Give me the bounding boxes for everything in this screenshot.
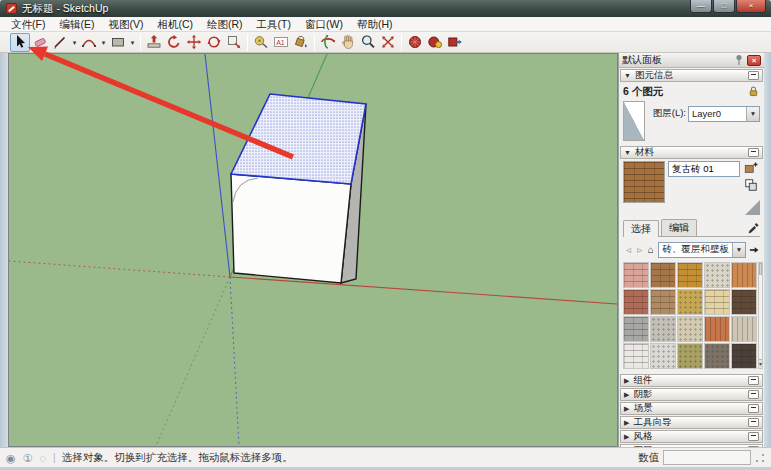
maximize-button[interactable]: □: [713, 0, 735, 13]
material-swatch[interactable]: [677, 316, 703, 342]
material-swatch[interactable]: [731, 289, 757, 315]
material-swatch[interactable]: [650, 289, 676, 315]
material-preview[interactable]: [623, 161, 665, 203]
material-swatch[interactable]: [704, 316, 730, 342]
arc-tool-dropdown[interactable]: ▾: [99, 33, 108, 52]
tab-edit[interactable]: 编辑: [661, 219, 697, 236]
eraser-tool-button[interactable]: [30, 33, 50, 52]
rectangle-tool-dropdown[interactable]: ▾: [128, 33, 137, 52]
menu-item[interactable]: 绘图(R): [200, 17, 250, 32]
rollup-section-button[interactable]: [748, 432, 759, 441]
panel-section-header[interactable]: ▶ 场景: [620, 402, 763, 415]
minimize-button[interactable]: —: [690, 0, 712, 13]
paint-bucket-tool-button[interactable]: [291, 33, 311, 52]
signin-icon[interactable]: ◌: [39, 449, 46, 467]
details-arrow-icon[interactable]: [748, 243, 760, 257]
model-viewport[interactable]: [8, 53, 618, 447]
menu-item[interactable]: 帮助(H): [350, 17, 400, 32]
scroll-down-icon[interactable]: ▾: [759, 359, 762, 368]
share-component-button[interactable]: [445, 33, 465, 52]
arc-tool-button[interactable]: [79, 33, 99, 52]
zoom-extents-icon: [380, 34, 396, 50]
offset-tool-button[interactable]: [224, 33, 244, 52]
material-swatch[interactable]: [677, 289, 703, 315]
material-swatch[interactable]: [623, 316, 649, 342]
dropdown-arrow-icon: ▼: [746, 107, 759, 121]
back-icon[interactable]: ◃: [623, 244, 634, 255]
material-name-input[interactable]: [668, 161, 740, 177]
orbit-tool-button[interactable]: [318, 33, 338, 52]
scrollbar-thumb[interactable]: [759, 263, 762, 275]
material-swatch[interactable]: [677, 262, 703, 288]
offset-icon: [226, 34, 242, 50]
share-model-button[interactable]: [425, 33, 445, 52]
entity-info-title: 图元信息: [635, 69, 748, 82]
zoom-extents-tool-button[interactable]: [378, 33, 398, 52]
rotate-tool-button[interactable]: [204, 33, 224, 52]
rollup-section-button[interactable]: [748, 71, 759, 80]
menu-item[interactable]: 工具(T): [250, 17, 298, 32]
section-title: 组件: [633, 374, 748, 387]
panel-section-header[interactable]: ▶ 风格: [620, 430, 763, 443]
resize-grip[interactable]: [755, 453, 765, 463]
rollup-section-button[interactable]: [748, 404, 759, 413]
sample-paint-handle[interactable]: [745, 200, 760, 215]
material-swatch[interactable]: [623, 262, 649, 288]
tray-close-icon[interactable]: ×: [747, 55, 761, 66]
panel-section-header[interactable]: ▶ 阴影: [620, 388, 763, 401]
collection-dropdown[interactable]: 砖、覆层和壁板 ▼: [658, 242, 746, 258]
create-material-icon[interactable]: [744, 161, 758, 175]
material-swatch[interactable]: [731, 343, 757, 369]
material-swatch[interactable]: [650, 343, 676, 369]
material-swatch[interactable]: [731, 316, 757, 342]
close-button[interactable]: ×: [736, 0, 766, 13]
menu-item[interactable]: 编辑(E): [52, 17, 101, 32]
pan-tool-button[interactable]: [338, 33, 358, 52]
layer-dropdown[interactable]: Layer0 ▼: [688, 106, 760, 122]
pin-icon[interactable]: [734, 54, 744, 66]
menu-item[interactable]: 视图(V): [101, 17, 150, 32]
eyedropper-icon[interactable]: [747, 222, 760, 235]
secondary-pane-icon[interactable]: [744, 178, 758, 192]
menu-item[interactable]: 相机(C): [150, 17, 200, 32]
cube-front-face[interactable]: [231, 174, 351, 283]
zoom-tool-button[interactable]: [358, 33, 378, 52]
home-icon[interactable]: ⌂: [645, 244, 656, 255]
material-swatch[interactable]: [704, 343, 730, 369]
rollup-section-button[interactable]: [748, 376, 759, 385]
push-pull-tool-button[interactable]: [144, 33, 164, 52]
geolocation-icon[interactable]: ◉: [6, 449, 16, 467]
menu-item[interactable]: 文件(F): [4, 17, 52, 32]
forward-icon[interactable]: ▹: [634, 244, 645, 255]
material-swatch[interactable]: [677, 343, 703, 369]
panel-section-header[interactable]: ▶ 工具向导: [620, 416, 763, 429]
line-tool-button[interactable]: [50, 33, 70, 52]
swatch-scrollbar[interactable]: ▾: [758, 262, 763, 369]
measurements-input[interactable]: [663, 450, 751, 465]
material-swatch[interactable]: [704, 289, 730, 315]
select-tool-button[interactable]: [10, 33, 30, 52]
material-swatch[interactable]: [623, 343, 649, 369]
material-swatch[interactable]: [650, 316, 676, 342]
rollup-section-button[interactable]: [748, 390, 759, 399]
panel-section-header[interactable]: ▶ 组件: [620, 374, 763, 387]
credits-icon[interactable]: ①: [23, 449, 33, 467]
materials-header[interactable]: ▼ 材料: [620, 146, 763, 159]
follow-me-tool-button[interactable]: [164, 33, 184, 52]
lock-icon[interactable]: [747, 85, 760, 98]
line-tool-dropdown[interactable]: ▾: [70, 33, 79, 52]
move-tool-button[interactable]: [184, 33, 204, 52]
material-swatch[interactable]: [623, 289, 649, 315]
rectangle-tool-button[interactable]: [108, 33, 128, 52]
rollup-section-button[interactable]: [748, 418, 759, 427]
material-swatch[interactable]: [650, 262, 676, 288]
tape-measure-tool-button[interactable]: [251, 33, 271, 52]
menu-item[interactable]: 窗口(W): [298, 17, 350, 32]
get-models-button[interactable]: [405, 33, 425, 52]
material-swatch[interactable]: [731, 262, 757, 288]
rollup-section-button[interactable]: [748, 148, 759, 157]
material-swatch[interactable]: [704, 262, 730, 288]
entity-info-header[interactable]: ▼ 图元信息: [620, 69, 763, 82]
dimension-text-tool-button[interactable]: A1: [271, 33, 291, 52]
tab-select[interactable]: 选择: [623, 220, 659, 237]
